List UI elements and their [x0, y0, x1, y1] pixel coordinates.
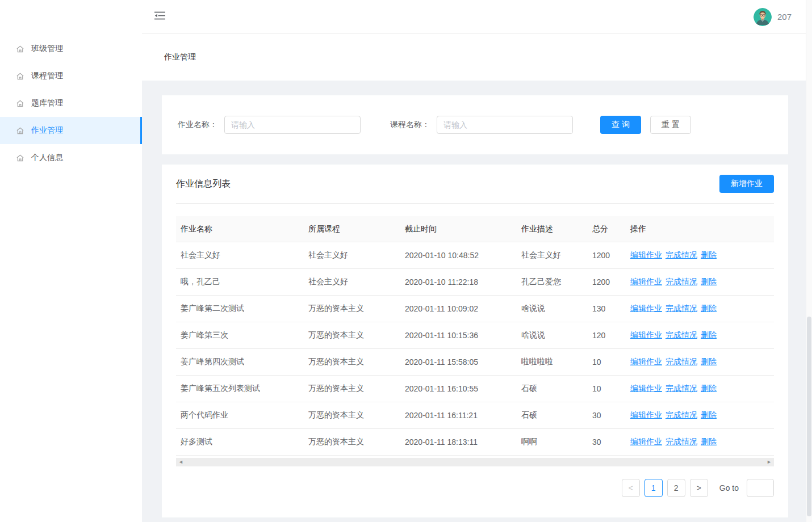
- completion-status-link[interactable]: 完成情况: [665, 410, 697, 419]
- course-name-input[interactable]: [437, 116, 573, 134]
- cell-score: 1200: [588, 269, 626, 296]
- prev-page-button[interactable]: <: [622, 479, 640, 497]
- cell-name: 姜广峰第五次列表测试: [176, 376, 304, 402]
- edit-homework-link[interactable]: 编辑作业: [630, 357, 662, 366]
- edit-homework-link[interactable]: 编辑作业: [630, 304, 662, 313]
- chevron-right-icon: >: [697, 483, 701, 492]
- cell-score: 130: [588, 296, 626, 322]
- delete-link[interactable]: 删除: [701, 437, 717, 446]
- table-row: 姜广峰第四次测试 万恶的资本主义 2020-01-11 15:58:05 啦啦啦…: [176, 349, 774, 376]
- delete-link[interactable]: 删除: [701, 410, 717, 419]
- cell-desc: 啥说说: [517, 296, 588, 322]
- edit-homework-link[interactable]: 编辑作业: [630, 277, 662, 286]
- menu-fold-icon: [154, 11, 165, 22]
- col-description: 作业描述: [517, 216, 588, 242]
- cell-name: 姜广峰第四次测试: [176, 349, 304, 376]
- topbar: 207: [142, 0, 812, 34]
- completion-status-link[interactable]: 完成情况: [665, 330, 697, 339]
- horizontal-scrollbar[interactable]: ◄ ►: [176, 458, 774, 466]
- cell-desc: 啊啊: [517, 429, 588, 456]
- cell-desc: 石硕: [517, 402, 588, 429]
- goto-label: Go to: [719, 483, 739, 492]
- delete-link[interactable]: 删除: [701, 304, 717, 313]
- edit-homework-link[interactable]: 编辑作业: [630, 384, 662, 393]
- cell-desc: 啦啦啦啦: [517, 349, 588, 376]
- cell-course: 万恶的资本主义: [304, 322, 400, 349]
- cell-score: 120: [588, 322, 626, 349]
- completion-status-link[interactable]: 完成情况: [665, 277, 697, 286]
- cell-desc: 孔乙己爱您: [517, 269, 588, 296]
- cell-score: 30: [588, 429, 626, 456]
- cell-course: 万恶的资本主义: [304, 402, 400, 429]
- next-page-button[interactable]: >: [690, 479, 708, 497]
- delete-link[interactable]: 删除: [701, 384, 717, 393]
- list-header: 作业信息列表 新增作业: [176, 165, 774, 204]
- cell-name: 社会主义好: [176, 242, 304, 269]
- page-title: 作业管理: [164, 52, 196, 62]
- page-button-1[interactable]: 1: [644, 479, 663, 497]
- homework-table: 作业名称 所属课程 截止时间 作业描述 总分 操作 社会主义好 社会主义好 20: [176, 216, 774, 466]
- sidebar-item-label: 课程管理: [31, 71, 63, 81]
- sidebar-item-label: 个人信息: [31, 153, 63, 163]
- edit-homework-link[interactable]: 编辑作业: [630, 330, 662, 339]
- home-icon: [16, 72, 24, 81]
- chevron-left-icon: <: [629, 483, 633, 492]
- cell-deadline: 2020-01-11 16:11:21: [400, 402, 517, 429]
- search-panel: 作业名称： 课程名称： 查 询 重 置: [162, 95, 788, 154]
- user-id-badge: 207: [777, 12, 792, 22]
- delete-link[interactable]: 删除: [701, 357, 717, 366]
- home-icon: [16, 45, 24, 53]
- table-row: 社会主义好 社会主义好 2020-01-10 10:48:52 社会主义好 12…: [176, 242, 774, 269]
- delete-link[interactable]: 删除: [701, 250, 717, 259]
- sidebar-collapse-button[interactable]: [154, 11, 165, 22]
- query-button[interactable]: 查 询: [600, 116, 641, 134]
- list-title: 作业信息列表: [176, 178, 231, 190]
- edit-homework-link[interactable]: 编辑作业: [630, 410, 662, 419]
- table-row: 姜广峰第五次列表测试 万恶的资本主义 2020-01-11 16:10:55 石…: [176, 376, 774, 402]
- col-course: 所属课程: [304, 216, 400, 242]
- user-avatar[interactable]: [754, 8, 772, 26]
- cell-score: 10: [588, 376, 626, 402]
- completion-status-link[interactable]: 完成情况: [665, 304, 697, 313]
- scroll-left-icon[interactable]: ◄: [178, 460, 183, 465]
- scroll-right-icon[interactable]: ►: [767, 460, 772, 465]
- content: 作业名称： 课程名称： 查 询 重 置 作业信息列表 新增作业 作业名称 所属课…: [142, 81, 812, 517]
- edit-homework-link[interactable]: 编辑作业: [630, 437, 662, 446]
- table-row: 姜广峰第二次测试 万恶的资本主义 2020-01-11 10:09:02 啥说说…: [176, 296, 774, 322]
- sidebar-item-course-management[interactable]: 课程管理: [0, 62, 142, 90]
- table-row: 两个代码作业 万恶的资本主义 2020-01-11 16:11:21 石硕 30…: [176, 402, 774, 429]
- homework-name-input[interactable]: [224, 116, 361, 134]
- cell-course: 万恶的资本主义: [304, 296, 400, 322]
- sidebar-item-label: 作业管理: [31, 125, 63, 136]
- edit-homework-link[interactable]: 编辑作业: [630, 250, 662, 259]
- completion-status-link[interactable]: 完成情况: [665, 250, 697, 259]
- completion-status-link[interactable]: 完成情况: [665, 384, 697, 393]
- vertical-scrollbar-thumb[interactable]: [807, 317, 811, 516]
- sidebar-item-label: 班级管理: [31, 44, 63, 54]
- cell-name: 姜广峰第三次: [176, 322, 304, 349]
- sidebar-item-class-management[interactable]: 班级管理: [0, 35, 142, 62]
- sidebar-item-personal-info[interactable]: 个人信息: [0, 144, 142, 171]
- col-total-score: 总分: [588, 216, 626, 242]
- vertical-scrollbar[interactable]: [806, 0, 812, 522]
- page-button-2[interactable]: 2: [667, 479, 685, 497]
- sidebar-item-question-bank-management[interactable]: 题库管理: [0, 90, 142, 117]
- cell-desc: 石硕: [517, 376, 588, 402]
- completion-status-link[interactable]: 完成情况: [665, 437, 697, 446]
- goto-page-input[interactable]: [747, 479, 774, 497]
- cell-deadline: 2020-01-11 10:15:36: [400, 322, 517, 349]
- col-deadline: 截止时间: [400, 216, 517, 242]
- col-actions: 操作: [626, 216, 774, 242]
- reset-button[interactable]: 重 置: [650, 116, 691, 134]
- delete-link[interactable]: 删除: [701, 330, 717, 339]
- sidebar-item-homework-management[interactable]: 作业管理: [0, 117, 142, 144]
- cell-desc: 啥说说: [517, 322, 588, 349]
- delete-link[interactable]: 删除: [701, 277, 717, 286]
- completion-status-link[interactable]: 完成情况: [665, 357, 697, 366]
- cell-course: 万恶的资本主义: [304, 376, 400, 402]
- main-area: 207 作业管理 作业名称： 课程名称： 查 询 重 置 作业信息列表 新增作业: [142, 0, 812, 522]
- sidebar-menu: 班级管理 课程管理 题库管理 作业管理 个人信息: [0, 0, 142, 171]
- add-homework-button[interactable]: 新增作业: [719, 175, 774, 193]
- cell-deadline: 2020-01-11 18:13:11: [400, 429, 517, 456]
- cell-course: 万恶的资本主义: [304, 349, 400, 376]
